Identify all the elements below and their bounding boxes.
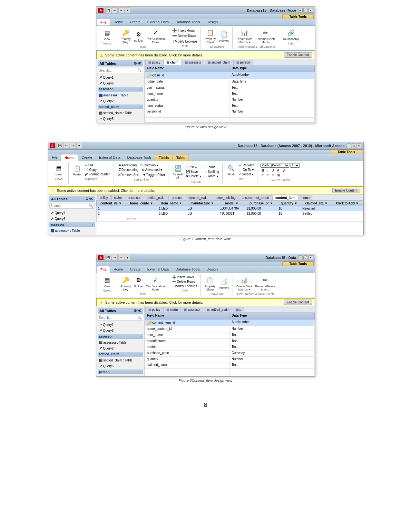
close-btn[interactable]: ✕ [308, 8, 313, 13]
fig8-tab-settled[interactable]: ▦settled_claim [204, 307, 232, 312]
fig8-field-purchase-price[interactable]: purchase_price [145, 350, 230, 357]
data-row-1[interactable]: 1 1 LED LG LG34UJ470A $1,000.00 10 Rejec… [96, 206, 363, 211]
fig7-delete-btn[interactable]: ✖Delete ▾ [185, 174, 202, 178]
col-claimed-sta[interactable]: claimed_sta ▼ [301, 201, 332, 206]
nav-item-query6[interactable]: ↗ Query6 [98, 80, 143, 86]
tab-settled-claim[interactable]: ▦settled_claim [205, 60, 233, 65]
tab-assessor[interactable]: ▦assessor [182, 60, 204, 65]
fig7-tab-file[interactable]: File [49, 154, 61, 161]
fig7-tab-fields[interactable]: Fields [155, 154, 172, 161]
field-item-status[interactable]: item_status [145, 103, 230, 109]
fig7-tab-rejected[interactable]: rejected_clai... [185, 195, 211, 200]
nav-section-assessor[interactable]: assessor ↑ [98, 87, 143, 92]
fig8-nav-collapse[interactable]: ≪ [137, 309, 141, 313]
fig7-align-center-btn[interactable]: ≡ [266, 173, 270, 177]
fig7-replace-btn[interactable]: ↔Replace [238, 163, 256, 167]
fig8-field-item-name[interactable]: item_name [145, 332, 230, 339]
primary-key-btn[interactable]: 🔑 PrimaryKey [120, 28, 132, 44]
col-manufacture[interactable]: manufacture ▼ [186, 201, 218, 206]
view-btn[interactable]: ▤ View [101, 28, 113, 41]
fig7-nav-query6[interactable]: ↗ Query6 [49, 216, 95, 222]
indexes-btn[interactable]: 📑 Indexes [218, 29, 230, 43]
fig8-min-btn[interactable]: ─ [298, 255, 303, 260]
field-claim-status[interactable]: claim_status [145, 85, 230, 91]
fig8-query5[interactable]: ↗ Query5 [98, 363, 143, 369]
fig8-field-quantity[interactable]: quantity [145, 357, 230, 363]
create-macros-btn[interactable]: 📊 Create DataMacros ▾ [235, 28, 254, 44]
col-quantity[interactable]: quantity ▼ [277, 201, 301, 206]
fig7-grid-btn[interactable]: ⊞ [276, 173, 281, 177]
builder-btn[interactable]: ⚙ Builder [133, 29, 144, 43]
fig7-fontcolor-btn[interactable]: A [276, 168, 281, 172]
nav-section-settled-claim[interactable]: settled_claim ↑ [98, 104, 143, 109]
nav-search-input[interactable] [99, 69, 137, 72]
fig7-tab-external[interactable]: External Data [96, 154, 124, 161]
fig7-selection-btn[interactable]: ≡Selection ▾ [139, 163, 160, 167]
fig7-qa-dropdown[interactable]: ▼ [76, 143, 82, 149]
fig7-tab-create[interactable]: Create [78, 154, 95, 161]
fig7-underline-btn[interactable]: U [270, 168, 275, 172]
fig7-tab-policy[interactable]: policy [97, 195, 111, 200]
fig7-descending-btn[interactable]: ↓ZDescending [116, 168, 140, 172]
fig7-tab-home-building[interactable]: home_building [212, 195, 239, 200]
nav-item-query1[interactable]: ↗ Query1 [98, 74, 143, 80]
nav-item-query2[interactable]: ↗ Query2 [98, 98, 143, 104]
fig8-tab-external[interactable]: External Data [144, 266, 172, 273]
fig8-nav-expand[interactable]: ⊙ [134, 309, 137, 313]
fig8-tab-policy[interactable]: ▦policy [145, 307, 163, 312]
fig7-save-qa[interactable]: 💾 [57, 143, 63, 149]
fig7-bold-btn[interactable]: B [260, 168, 265, 172]
fig7-save-btn[interactable]: 💾Save [185, 170, 202, 174]
fig7-max-btn[interactable]: □ [352, 143, 356, 148]
fig7-nav-expand[interactable]: ⊙ [85, 197, 88, 201]
redo-qa-btn[interactable]: ↪ [118, 7, 124, 13]
nav-item-assessor-table[interactable]: ▦ assessor : Table [98, 92, 143, 98]
tab-create[interactable]: Create [127, 19, 144, 25]
fig8-field-ci-id[interactable]: 🔑 content_item_id [145, 320, 230, 327]
fig7-cut-btn[interactable]: ✂Cut [83, 163, 111, 167]
font-family-select[interactable]: Calibri (Detail) [260, 163, 289, 168]
fig7-tab-settled[interactable]: settled_clai... [144, 195, 168, 200]
fig7-ascending-btn[interactable]: ↑AAscending [116, 163, 138, 167]
property-sheet-btn[interactable]: 📋 PropertySheet [203, 28, 217, 44]
fig8-tab-database[interactable]: Database Tools [172, 266, 203, 273]
tab-policy[interactable]: ▦policy [145, 60, 163, 65]
fig7-tab-home[interactable]: home [298, 195, 312, 200]
fig8-macros-btn[interactable]: 📊 Create DataMacros ▾ [235, 275, 253, 292]
field-claim-id[interactable]: 🔑 claim_id [145, 72, 230, 79]
fig8-field-model[interactable]: model [145, 344, 230, 350]
nav-item-settled-claim-table[interactable]: ▦ settled_claim : Table [98, 110, 143, 116]
fig7-min-btn[interactable]: ─ [347, 143, 351, 148]
fig7-view-btn[interactable]: ▤ View [53, 163, 64, 177]
fig7-paste-btn[interactable]: 📋 Paste [71, 163, 83, 177]
fig8-tab-home[interactable]: Home [110, 266, 126, 273]
fig7-copy-btn[interactable]: 📄Copy [83, 168, 111, 172]
delete-rows-btn[interactable]: ➖ Delete Rows [171, 33, 199, 38]
fig7-totals-btn[interactable]: ΣTotals [203, 165, 220, 169]
fig7-tab-database[interactable]: Database Tools [124, 154, 155, 161]
fig7-find-btn[interactable]: 🔍 Find [225, 163, 237, 177]
rename-macro-btn[interactable]: ✏ Rename/DeleteMacro [254, 28, 277, 44]
data-row-new[interactable]: * (New) [96, 216, 363, 222]
tab-file[interactable]: File [97, 19, 110, 25]
fig8-prop-sheet-btn[interactable]: 📋 PropertySheet [203, 275, 217, 292]
fig7-highlight-btn[interactable]: 🖊 [281, 168, 287, 172]
fig8-insert-rows-btn[interactable]: ➕Insert Rows [171, 275, 198, 279]
fig7-italic-btn[interactable]: I [266, 168, 270, 172]
fig8-close-btn[interactable]: ✕ [308, 255, 313, 260]
fig7-remove-sort-btn[interactable]: ↺Remove Sort [116, 172, 141, 177]
field-item-name[interactable]: item_name [145, 91, 230, 97]
insert-rows-btn[interactable]: ➕ Insert Rows [171, 28, 199, 33]
fig8-section-person[interactable]: person ↑ [98, 369, 143, 374]
col-purchase-pr[interactable]: purchase_pr ▼ [245, 201, 277, 206]
fig7-nav-search-input[interactable] [51, 204, 89, 208]
tab-design[interactable]: Design [203, 19, 221, 25]
fig8-section-settled[interactable]: settled_claim ↑ [98, 352, 143, 357]
undo-qa-btn[interactable]: ↩ [112, 7, 118, 13]
fig8-builder-btn[interactable]: ⚙ Builder [133, 275, 144, 292]
fig8-tab-design[interactable]: Design [203, 266, 221, 273]
fig8-field-hci[interactable]: home_content_id [145, 326, 230, 332]
fig8-field-manufacturer[interactable]: manufacturer [145, 339, 230, 345]
fig8-tab-claim[interactable]: ▦claim [163, 307, 181, 312]
fig8-pk-btn[interactable]: 🔑 PrimaryKey [120, 275, 132, 292]
